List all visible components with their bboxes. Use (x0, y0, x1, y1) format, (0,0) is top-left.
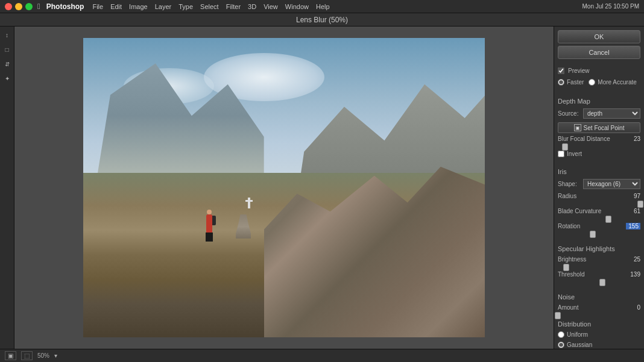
close-button[interactable] (5, 3, 12, 10)
faster-label: Faster (567, 79, 584, 86)
blade-curvature-row: Blade Curvature 61 (558, 208, 640, 214)
iris-section-label: Iris (558, 168, 640, 175)
zoom-dropdown-arrow[interactable]: ▾ (54, 352, 57, 359)
radius-thumb[interactable] (637, 201, 643, 208)
uniform-radio[interactable] (558, 331, 564, 338)
preview-checkbox[interactable] (558, 67, 564, 74)
minimize-button[interactable] (15, 3, 22, 10)
image-background (83, 38, 485, 337)
uniform-radio-row: Uniform (558, 331, 640, 338)
tool-indicator-1: ▣ (5, 351, 16, 360)
menu-3d[interactable]: 3D (248, 3, 256, 10)
blur-focal-thumb[interactable] (562, 143, 568, 151)
traffic-lights (5, 3, 33, 10)
maximize-button[interactable] (25, 3, 33, 10)
shape-select[interactable]: Hexagon (6) (583, 179, 640, 189)
brightness-thumb[interactable] (563, 264, 569, 271)
invert-row: Invert (558, 151, 640, 157)
blade-thumb[interactable] (605, 216, 611, 223)
tool-rect[interactable]: □ (1, 43, 13, 55)
system-status-icons: Mon Jul 25 10:50 PM (582, 3, 640, 10)
gaussian-radio[interactable] (558, 342, 564, 348)
threshold-value: 139 (626, 271, 640, 278)
figure-head (207, 210, 212, 214)
gaussian-label: Gaussian (567, 342, 592, 348)
menu-edit[interactable]: Edit (110, 3, 122, 10)
tool-lasso[interactable]: ⇵ (1, 58, 13, 70)
hiker-figure (204, 202, 215, 232)
brightness-label: Brightness (558, 256, 623, 263)
app-name: Photoshop (46, 2, 84, 11)
tool-magic[interactable]: ✦ (1, 72, 13, 84)
rotation-thumb[interactable] (590, 231, 596, 238)
blur-focal-value: 23 (626, 136, 640, 142)
threshold-thumb[interactable] (599, 279, 605, 286)
cross-marker (248, 198, 250, 208)
faster-radio[interactable] (558, 79, 564, 86)
amount-thumb[interactable] (555, 312, 561, 319)
threshold-label: Threshold (558, 271, 623, 278)
menu-file[interactable]: File (92, 3, 103, 10)
menu-help[interactable]: Help (316, 3, 330, 10)
rotation-value: 155 (626, 223, 640, 229)
tools-panel: ↕ □ ⇵ ✦ (0, 27, 14, 349)
canvas-image (83, 38, 485, 337)
radius-value: 97 (626, 193, 640, 199)
distribution-section-label: Distribution (558, 320, 640, 328)
source-select[interactable]: depth (583, 108, 640, 119)
menu-view[interactable]: View (264, 3, 278, 10)
menu-filter[interactable]: Filter (226, 3, 241, 10)
amount-row: Amount 0 (558, 304, 640, 311)
amount-label: Amount (558, 304, 623, 311)
blur-focal-row: Blur Focal Distance 23 (558, 136, 640, 142)
canvas-area (14, 27, 554, 349)
preview-label: Preview (568, 67, 590, 74)
blade-curvature-value: 61 (626, 208, 640, 214)
accurate-radio-row: More Accurate (589, 79, 636, 86)
source-text-label: Source: (558, 110, 581, 117)
threshold-row: Threshold 139 (558, 271, 640, 278)
menu-window[interactable]: Window (285, 3, 309, 10)
uniform-label: Uniform (567, 331, 588, 338)
depth-map-label: Depth Map (558, 98, 640, 105)
dialog-title: Lens Blur (50%) (296, 16, 348, 24)
brightness-row: Brightness 25 (558, 256, 640, 263)
shape-row: Shape: Hexagon (6) (558, 179, 640, 189)
invert-checkbox[interactable] (558, 151, 564, 157)
statusbar: ▣ ⬚ 50% ▾ (0, 349, 644, 362)
dialog-titlebar: Lens Blur (50%) (0, 13, 644, 27)
tool-move[interactable]: ↕ (1, 29, 13, 41)
menu-image[interactable]: Image (129, 3, 148, 10)
figure-legs (206, 232, 213, 242)
menu-select[interactable]: Select (200, 3, 219, 10)
source-row: Source: depth (558, 108, 640, 119)
menu-bar-items: File Edit Image Layer Type Select Filter… (92, 3, 329, 10)
menu-type[interactable]: Type (178, 3, 193, 10)
menu-layer[interactable]: Layer (155, 3, 172, 10)
more-accurate-radio[interactable] (589, 79, 595, 86)
preview-row: Preview (558, 67, 640, 74)
gaussian-radio-row: Gaussian (558, 342, 640, 348)
more-accurate-label: More Accurate (598, 79, 636, 86)
lens-blur-panel: OK Cancel Preview Faster More Accurate D… (554, 27, 644, 349)
specular-section-label: Specular Highlights (558, 245, 640, 252)
zoom-level: 50% (37, 352, 49, 359)
tool-indicator-2: ⬚ (21, 351, 33, 360)
focal-point-label: Set Focal Point (584, 125, 625, 131)
preview-quality-row: Faster More Accurate (558, 79, 640, 87)
faster-radio-row: Faster (558, 79, 584, 86)
ok-button[interactable]: OK (558, 30, 640, 43)
rotation-row: Rotation 155 (558, 223, 640, 229)
radius-row: Radius 97 (558, 193, 640, 199)
apple-logo:  (37, 2, 40, 11)
datetime: Mon Jul 25 10:50 PM (582, 3, 640, 10)
figure-body (206, 214, 212, 232)
noise-section-label: Noise (558, 293, 640, 301)
rotation-label: Rotation (558, 223, 623, 229)
brightness-value: 25 (626, 256, 640, 263)
shape-text-label: Shape: (558, 181, 581, 187)
invert-label: Invert (567, 151, 582, 157)
cancel-button[interactable]: Cancel (558, 46, 640, 59)
focal-point-button[interactable]: ▣ Set Focal Point (558, 122, 640, 133)
menubar:  Photoshop File Edit Image Layer Type S… (0, 0, 644, 13)
